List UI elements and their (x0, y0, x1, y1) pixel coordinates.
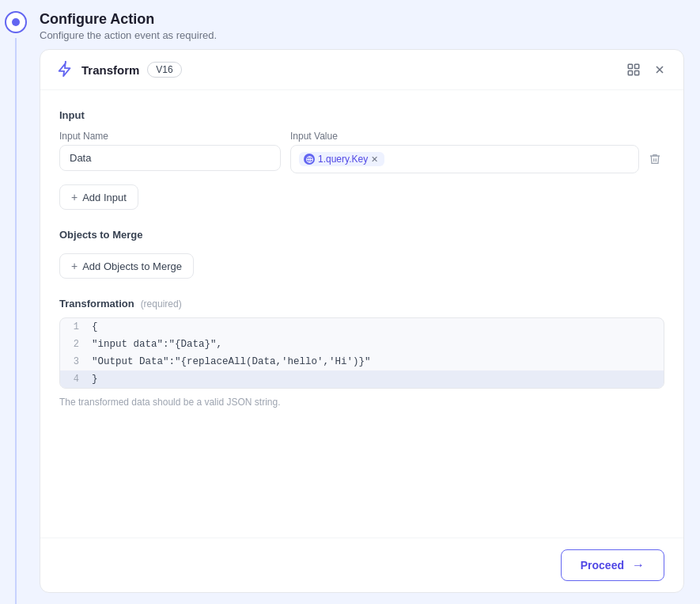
add-objects-button[interactable]: + Add Objects to Merge (59, 253, 194, 279)
line-content-3: "Output Data":"{replaceAll(Data,'hello',… (85, 355, 664, 369)
objects-section: Objects to Merge + Add Objects to Merge (59, 229, 664, 279)
query-key-tag: 1.query.Key ✕ (299, 152, 384, 166)
svg-rect-0 (628, 64, 632, 68)
code-line-4: 4 } (60, 370, 664, 388)
line-content-4: } (85, 372, 664, 386)
configure-card: Transform V16 (40, 49, 684, 593)
svg-rect-1 (635, 64, 639, 68)
input-section-label: Input (59, 109, 664, 121)
line-num-1: 1 (60, 320, 85, 334)
input-name-field[interactable] (59, 145, 281, 171)
sidebar-connector-line (15, 38, 17, 604)
page-title: Configure Action (40, 11, 684, 28)
transformation-section: Transformation (required) 1 { 2 "input d… (59, 298, 664, 408)
svg-rect-2 (628, 71, 632, 75)
proceed-button[interactable]: Proceed → (561, 549, 664, 581)
card-header: Transform V16 (40, 50, 683, 90)
line-num-3: 3 (60, 355, 85, 369)
version-badge: V16 (147, 62, 181, 78)
step-indicator (5, 11, 27, 33)
proceed-arrow-icon: → (632, 558, 645, 572)
input-name-col-label: Input Name (59, 131, 281, 142)
expand-button[interactable] (625, 61, 642, 78)
card-body: Input Input Name Input Value (40, 90, 683, 538)
add-objects-label: Add Objects to Merge (82, 260, 182, 272)
transformation-label: Transformation (59, 298, 134, 310)
line-content-1: { (85, 320, 664, 334)
line-num-2: 2 (60, 337, 85, 351)
close-button[interactable] (652, 62, 668, 78)
card-title: Transform (81, 63, 139, 77)
add-input-plus-icon: + (71, 191, 78, 203)
add-objects-plus-icon: + (71, 260, 78, 272)
add-input-label: Add Input (82, 192, 127, 203)
input-section: Input Input Name Input Value (59, 109, 664, 210)
input-delete-button[interactable] (645, 150, 664, 169)
input-name-col: Input Name (59, 131, 281, 171)
svg-rect-3 (635, 71, 639, 75)
input-value-col-label: Input Value (290, 131, 664, 142)
code-line-1: 1 { (60, 318, 664, 336)
code-line-3: 3 "Output Data":"{replaceAll(Data,'hello… (60, 353, 664, 370)
globe-icon (304, 154, 315, 165)
page-header: Configure Action Configure the action ev… (40, 11, 684, 41)
tag-text: 1.query.Key (318, 154, 368, 165)
line-num-4: 4 (60, 372, 85, 386)
step-dot (12, 18, 20, 26)
input-value-col: Input Value (290, 131, 664, 173)
add-input-button[interactable]: + Add Input (59, 184, 138, 210)
proceed-label: Proceed (581, 559, 624, 572)
input-row: Input Name Input Value (59, 131, 664, 173)
main-content: Configure Action Configure the action ev… (32, 0, 700, 604)
code-editor[interactable]: 1 { 2 "input data":"{Data}", 3 "Output D… (59, 317, 664, 389)
required-label: (required) (141, 298, 182, 310)
card-header-left: Transform V16 (56, 61, 182, 78)
page-subtitle: Configure the action event as required. (40, 29, 684, 41)
card-footer: Proceed → (40, 538, 683, 592)
objects-section-label: Objects to Merge (59, 229, 664, 241)
tag-close-button[interactable]: ✕ (371, 155, 378, 164)
left-sidebar (0, 0, 32, 604)
input-value-wrapper: 1.query.Key ✕ (290, 145, 664, 173)
card-header-right (625, 61, 668, 78)
hint-text: The transformed data should be a valid J… (59, 397, 664, 408)
transform-icon (56, 61, 74, 78)
transformation-header: Transformation (required) (59, 298, 664, 310)
line-content-2: "input data":"{Data}", (85, 337, 664, 351)
code-line-2: 2 "input data":"{Data}", (60, 336, 664, 353)
input-value-tag-input[interactable]: 1.query.Key ✕ (290, 145, 639, 173)
